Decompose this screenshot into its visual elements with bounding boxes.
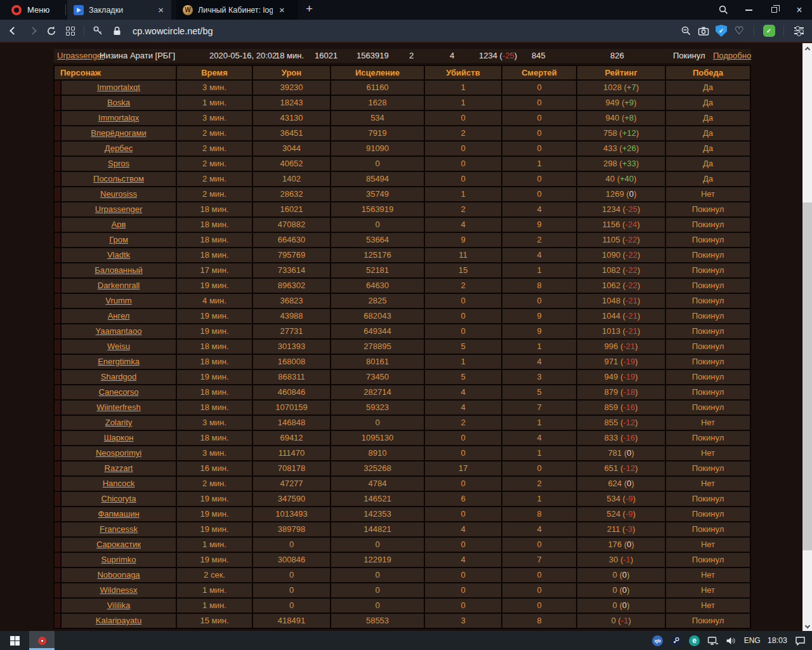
tab-close-icon[interactable]: ×: [157, 5, 165, 15]
healing-cell: 534: [331, 111, 424, 125]
character-link[interactable]: Energtimka: [98, 357, 140, 366]
table-row: Neurosiss2 мин.2863235749101269 (0)Нет: [55, 187, 750, 201]
kills-cell: 1: [425, 96, 501, 110]
character-link[interactable]: Wiinterfresh: [96, 402, 140, 412]
kills-cell: 6: [425, 492, 501, 506]
back-button[interactable]: [4, 22, 23, 41]
character-link[interactable]: Chicoryta: [102, 494, 136, 503]
deaths-cell: 0: [502, 96, 576, 110]
tab-active-cabinet[interactable]: W Личный Кабинет: logon.w ×: [176, 0, 298, 20]
action-center-icon[interactable]: [794, 635, 806, 646]
character-link[interactable]: Darkennrall: [98, 281, 140, 290]
summary-details-link[interactable]: Подробно: [713, 49, 751, 63]
character-link[interactable]: Ангел: [108, 311, 130, 321]
character-link[interactable]: Shardgod: [101, 372, 136, 381]
damage-cell: 664630: [253, 233, 330, 247]
character-link[interactable]: Razzart: [105, 463, 133, 473]
close-button[interactable]: ×: [787, 0, 812, 20]
faction-indicator: [55, 279, 60, 293]
table-row: Ангел19 мин.43988682043091044 (-21)Покин…: [55, 309, 750, 323]
deaths-cell: 0: [502, 126, 576, 140]
character-link[interactable]: Балованный: [95, 265, 143, 275]
character-link[interactable]: Vililika: [107, 600, 131, 610]
rating-cell: 211 (-3): [577, 522, 665, 536]
character-link[interactable]: Boska: [107, 98, 130, 107]
wowcircle-favicon-icon: W: [183, 5, 193, 15]
tab-close-icon[interactable]: ×: [278, 5, 286, 15]
key-icon[interactable]: [88, 22, 107, 41]
character-link[interactable]: Immortalxqt: [97, 83, 140, 92]
character-link[interactable]: Immortalqx: [98, 113, 139, 123]
taskbar-opera-button[interactable]: [29, 631, 55, 650]
summary-player-link[interactable]: Urpassenger: [57, 49, 104, 63]
deaths-cell: 1: [502, 446, 576, 460]
system-tray: qb e ENG 18:03: [652, 635, 812, 646]
character-link[interactable]: Vrumm: [105, 296, 131, 305]
kills-cell: 2: [425, 126, 501, 140]
rating-cell: 0 (0): [577, 568, 665, 582]
rating-cell: 0 (-1): [577, 614, 665, 628]
character-cell: Canecorso: [62, 385, 176, 399]
easy-setup-sliders-icon[interactable]: [792, 24, 806, 38]
character-link[interactable]: Yaamantaoo: [96, 326, 142, 336]
character-link[interactable]: Kalaripayatu: [96, 616, 141, 625]
character-link[interactable]: Wildnessx: [100, 585, 137, 595]
page-scrollbar[interactable]: [802, 43, 812, 632]
qbittorrent-icon[interactable]: qb: [652, 635, 664, 646]
character-link[interactable]: Spros: [108, 159, 129, 168]
window-search-icon[interactable]: [710, 0, 736, 20]
new-tab-button[interactable]: +: [306, 2, 313, 16]
character-link[interactable]: Zolarity: [105, 418, 133, 427]
forward-button[interactable]: [23, 22, 42, 41]
character-link[interactable]: Canecorso: [99, 387, 139, 397]
character-link[interactable]: Noboonaga: [97, 570, 140, 580]
character-link[interactable]: Hancock: [103, 479, 135, 488]
faction-indicator: [55, 309, 60, 323]
result-cell: Покинул: [666, 263, 750, 277]
character-link[interactable]: Посольством: [93, 174, 144, 183]
address-bar-url[interactable]: cp.wowcircle.net/bg: [133, 26, 213, 36]
adblock-shield-icon[interactable]: ✓: [762, 24, 776, 38]
col-header-deaths: Смертей: [502, 66, 576, 79]
protection-shield-icon[interactable]: ✓: [714, 24, 728, 38]
deaths-cell: 4: [502, 431, 576, 445]
character-link[interactable]: Дербес: [105, 143, 133, 153]
character-link[interactable]: Neurosiss: [100, 189, 137, 199]
character-link[interactable]: Шаркон: [104, 433, 134, 442]
character-link[interactable]: Francessk: [100, 524, 138, 534]
character-link[interactable]: Сарокастик: [96, 540, 141, 549]
restore-button[interactable]: [761, 0, 787, 20]
character-link[interactable]: Urpassenger: [95, 204, 142, 214]
minimize-button[interactable]: [736, 0, 761, 20]
tab-bookmarks[interactable]: Закладки ×: [67, 0, 171, 20]
character-link[interactable]: Фапмашин: [98, 509, 139, 519]
clock[interactable]: 18:03: [768, 636, 787, 645]
healing-cell: 122919: [331, 553, 424, 567]
bookmark-heart-icon[interactable]: ♡: [732, 24, 746, 38]
steam-icon[interactable]: [671, 635, 682, 646]
character-link[interactable]: Вперёдногами: [91, 128, 146, 138]
volume-icon[interactable]: [726, 635, 737, 646]
character-link[interactable]: Suprimko: [102, 555, 136, 564]
character-link[interactable]: Гром: [109, 235, 128, 244]
character-link[interactable]: Vladtk: [107, 250, 130, 260]
eset-icon[interactable]: e: [689, 635, 700, 646]
deaths-cell: 0: [502, 111, 576, 125]
snapshot-camera-icon[interactable]: [697, 24, 710, 38]
kills-cell: 0: [425, 568, 501, 582]
reload-button[interactable]: [42, 22, 61, 41]
damage-cell: 868311: [253, 370, 330, 384]
rating-cell: 1156 (-24): [577, 218, 665, 232]
speed-dial-icon[interactable]: [61, 22, 80, 41]
character-link[interactable]: Neosporimyi: [96, 448, 141, 458]
character-link[interactable]: Weisu: [107, 342, 130, 351]
scrollbar-up-arrow-icon[interactable]: [802, 43, 812, 54]
find-in-page-icon[interactable]: [679, 24, 693, 38]
language-indicator[interactable]: ENG: [744, 636, 761, 645]
lock-icon[interactable]: [107, 22, 126, 41]
opera-menu-button[interactable]: Меню: [5, 0, 56, 20]
start-button[interactable]: [0, 631, 29, 650]
network-icon[interactable]: [707, 635, 719, 646]
character-link[interactable]: Арв: [112, 220, 126, 229]
scrollbar-thumb[interactable]: [802, 202, 812, 550]
